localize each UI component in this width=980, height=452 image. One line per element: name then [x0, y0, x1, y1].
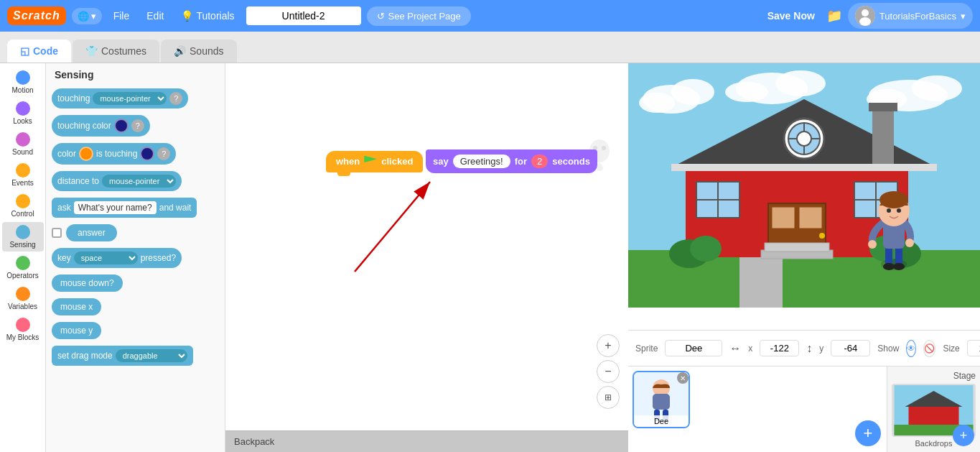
- top-nav: Scratch 🌐 ▾ File Edit 💡 Tutorials ↺ See …: [0, 0, 980, 32]
- sprite-text-label: Sprite: [635, 343, 658, 354]
- say-input[interactable]: Greetings!: [453, 154, 510, 168]
- globe-icon: 🌐: [78, 11, 89, 22]
- when-clicked-block[interactable]: when clicked: [326, 151, 423, 172]
- category-sensing[interactable]: Sensing: [2, 222, 44, 252]
- globe-chevron: ▾: [91, 11, 96, 22]
- tab-costumes[interactable]: 👕 Costumes: [73, 40, 159, 63]
- tab-code[interactable]: ◱ Code: [7, 40, 71, 63]
- svg-point-51: [893, 263, 905, 270]
- color-touching-help-button[interactable]: ?: [157, 147, 170, 160]
- svg-line-7: [355, 182, 430, 272]
- touching-help-button[interactable]: ?: [169, 92, 182, 105]
- user-avatar: [855, 6, 875, 26]
- category-variables[interactable]: Variables: [2, 284, 44, 313]
- color-touching-block[interactable]: color is touching ?: [52, 143, 176, 165]
- sensing-title: Sensing: [52, 69, 219, 80]
- category-sound[interactable]: Sound: [2, 129, 44, 159]
- project-name-input[interactable]: [246, 6, 361, 25]
- key-pressed-block-row: key space up arrow down arrow left arrow…: [52, 246, 219, 270]
- distance-to-block[interactable]: distance to mouse-pointer: [52, 171, 182, 191]
- see-project-icon: ↺: [377, 11, 385, 22]
- svg-point-58: [897, 208, 901, 213]
- category-operators[interactable]: Operators: [2, 253, 44, 282]
- answer-block[interactable]: answer: [66, 224, 117, 241]
- category-control[interactable]: Control: [2, 191, 44, 221]
- stage-area: ▶ ■ ⊡ ⊞ ⤢: [628, 63, 980, 330]
- category-events[interactable]: Events: [2, 160, 44, 190]
- svg-point-2: [859, 17, 871, 26]
- answer-checkbox[interactable]: [52, 228, 62, 238]
- color-swatch-b[interactable]: [140, 147, 154, 161]
- svg-point-56: [879, 191, 908, 208]
- stage-label: Stage: [892, 371, 976, 381]
- mouse-x-block-row: mouse x: [52, 296, 219, 318]
- hide-eye-button[interactable]: 🚫: [923, 340, 935, 357]
- touching-color-swatch[interactable]: [114, 119, 129, 133]
- x-input[interactable]: [760, 340, 799, 356]
- svg-rect-32: [772, 207, 795, 229]
- touching-color-block[interactable]: touching color ?: [52, 115, 150, 137]
- category-looks[interactable]: Looks: [2, 98, 44, 128]
- key-pressed-block[interactable]: key space up arrow down arrow left arrow…: [52, 248, 182, 268]
- svg-point-16: [912, 75, 962, 101]
- distance-dropdown[interactable]: mouse-pointer: [102, 175, 176, 188]
- touching-dropdown[interactable]: mouse-pointer edge: [93, 92, 167, 105]
- category-myblocks[interactable]: My Blocks: [2, 315, 44, 344]
- zoom-reset-button[interactable]: ⊞: [597, 386, 620, 409]
- file-menu-button[interactable]: File: [108, 7, 136, 24]
- set-drag-block[interactable]: set drag mode draggable not draggable: [52, 346, 193, 366]
- tab-sounds[interactable]: 🔊 Sounds: [161, 40, 236, 63]
- user-menu[interactable]: TutorialsForBasics ▾: [848, 3, 973, 29]
- seconds-input[interactable]: 2: [531, 154, 548, 168]
- folder-button[interactable]: 📁: [826, 8, 842, 24]
- zoom-controls: + − ⊞: [597, 334, 620, 409]
- see-project-button[interactable]: ↺ See Project Page: [367, 6, 471, 26]
- delete-sprite-button[interactable]: ✕: [677, 372, 689, 384]
- drag-dropdown[interactable]: draggable not draggable: [116, 349, 187, 362]
- show-eye-button[interactable]: 👁: [906, 340, 916, 357]
- touching-block[interactable]: touching mouse-pointer edge ?: [52, 88, 188, 109]
- right-panel: ▶ ■ ⊡ ⊞ ⤢: [628, 63, 980, 452]
- scripts-area: when clicked say Greetings! for 2 second…: [225, 63, 628, 452]
- category-motion[interactable]: Motion: [2, 68, 44, 97]
- mouse-down-block-row: mouse down?: [52, 272, 219, 294]
- size-input[interactable]: [967, 340, 980, 356]
- touching-color-block-row: touching color ?: [52, 113, 219, 139]
- arrow-annotation: [225, 63, 628, 452]
- scripts-canvas[interactable]: when clicked say Greetings! for 2 second…: [225, 63, 628, 452]
- save-now-button[interactable]: Save Now: [762, 7, 821, 24]
- color-swatch-a[interactable]: [79, 147, 93, 161]
- tabs-row: ◱ Code 👕 Costumes 🔊 Sounds: [0, 32, 980, 63]
- svg-point-54: [905, 239, 914, 247]
- mouse-x-block[interactable]: mouse x: [52, 298, 101, 315]
- svg-rect-23: [872, 106, 894, 164]
- zoom-in-button[interactable]: +: [597, 334, 620, 357]
- backpack-bar[interactable]: Backpack: [225, 430, 628, 452]
- scratch-logo[interactable]: Scratch: [7, 6, 66, 25]
- tutorials-button[interactable]: 💡 Tutorials: [175, 7, 240, 24]
- add-sprite-icon: +: [864, 424, 873, 443]
- sprite-dee-container: Dee ✕: [633, 371, 690, 428]
- mouse-down-block[interactable]: mouse down?: [52, 275, 123, 292]
- mouse-y-block[interactable]: mouse y: [52, 322, 101, 339]
- y-input[interactable]: [831, 340, 870, 356]
- flag-icon: [364, 156, 377, 167]
- sprite-name-input[interactable]: [665, 340, 722, 356]
- say-block[interactable]: say Greetings! for 2 seconds: [426, 149, 597, 173]
- add-backdrop-button[interactable]: +: [953, 425, 974, 446]
- svg-point-1: [862, 9, 869, 17]
- ask-input[interactable]: What's your name?: [74, 201, 157, 214]
- code-tab-icon: ◱: [20, 45, 29, 57]
- svg-point-50: [883, 263, 895, 270]
- zoom-out-button[interactable]: −: [597, 360, 620, 383]
- svg-point-34: [819, 233, 825, 239]
- distance-to-block-row: distance to mouse-pointer: [52, 169, 219, 193]
- ask-wait-block[interactable]: ask What's your name? and wait: [52, 198, 197, 218]
- key-dropdown[interactable]: space up arrow down arrow left arrow rig…: [74, 252, 138, 264]
- svg-rect-22: [671, 164, 937, 171]
- globe-button[interactable]: 🌐 ▾: [72, 8, 102, 24]
- touching-color-help-button[interactable]: ?: [131, 119, 144, 132]
- edit-menu-button[interactable]: Edit: [141, 7, 169, 24]
- add-sprite-button[interactable]: +: [855, 420, 881, 446]
- svg-rect-42: [765, 243, 829, 252]
